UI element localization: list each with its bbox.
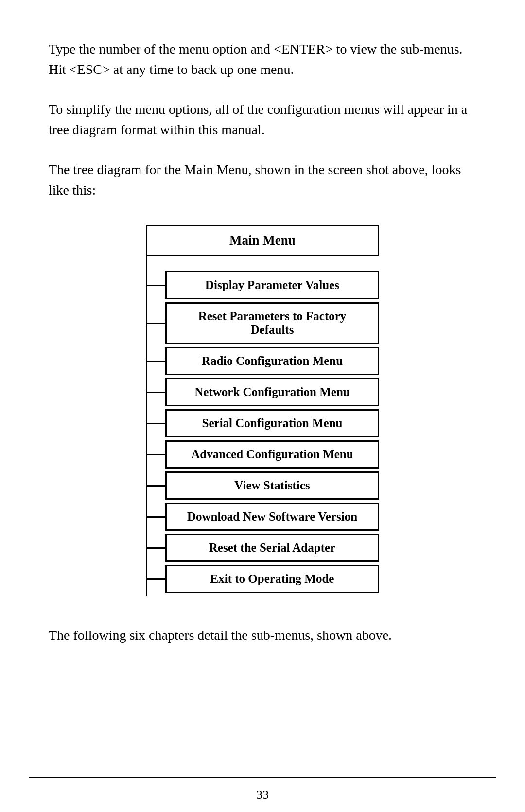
menu-item-box: Serial Configuration Menu bbox=[165, 409, 379, 437]
menu-item-row: Exit to Operating Mode bbox=[147, 565, 389, 593]
menu-item-row: Serial Configuration Menu bbox=[147, 409, 389, 437]
main-menu-box: Main Menu bbox=[146, 225, 379, 256]
h-connector bbox=[147, 454, 165, 455]
closing-paragraph: The following six chapters detail the su… bbox=[49, 625, 476, 646]
menu-item-row: Advanced Configuration Menu bbox=[147, 440, 389, 469]
menu-item-box: Advanced Configuration Menu bbox=[165, 440, 379, 469]
h-connector bbox=[147, 547, 165, 549]
menu-item-box: View Statistics bbox=[165, 471, 379, 500]
menu-item-row: Network Configuration Menu bbox=[147, 378, 389, 406]
h-connector bbox=[147, 423, 165, 424]
menu-item-row: Radio Configuration Menu bbox=[147, 347, 389, 375]
h-connector bbox=[147, 578, 165, 580]
menu-item-row: Download New Software Version bbox=[147, 503, 389, 531]
menu-item-box: Reset Parameters to Factory Defaults bbox=[165, 302, 379, 344]
paragraph-3: The tree diagram for the Main Menu, show… bbox=[49, 160, 476, 200]
menu-item-box: Download New Software Version bbox=[165, 503, 379, 531]
page-number: 33 bbox=[0, 788, 525, 802]
paragraph-1: Type the number of the menu option and <… bbox=[49, 39, 476, 80]
h-connector bbox=[147, 392, 165, 393]
menu-item-row: View Statistics bbox=[147, 471, 389, 500]
menu-item-box: Exit to Operating Mode bbox=[165, 565, 379, 593]
h-connector bbox=[147, 285, 165, 286]
menu-item-box: Radio Configuration Menu bbox=[165, 347, 379, 375]
h-connector bbox=[147, 516, 165, 518]
menu-item-box: Display Parameter Values bbox=[165, 271, 379, 299]
footer-line bbox=[29, 777, 496, 778]
menu-item-row: Display Parameter Values bbox=[147, 271, 389, 299]
menu-item-box: Reset the Serial Adapter bbox=[165, 534, 379, 562]
menu-item-row: Reset Parameters to Factory Defaults bbox=[147, 302, 389, 344]
paragraph-2: To simplify the menu options, all of the… bbox=[49, 99, 476, 140]
menu-item-row: Reset the Serial Adapter bbox=[147, 534, 389, 562]
tree-diagram: Main Menu Display Parameter ValuesReset … bbox=[49, 225, 476, 596]
h-connector bbox=[147, 485, 165, 487]
h-connector bbox=[147, 361, 165, 362]
menu-item-box: Network Configuration Menu bbox=[165, 378, 379, 406]
h-connector bbox=[147, 323, 165, 324]
